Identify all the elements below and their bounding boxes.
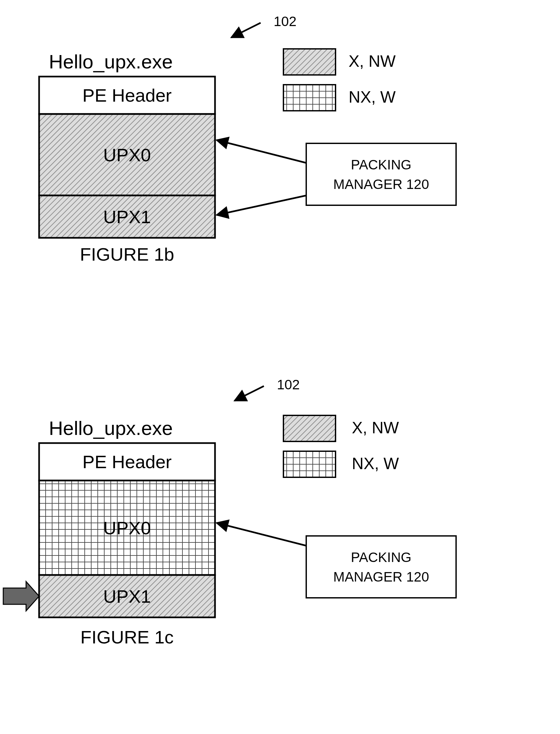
file-title-c: Hello_upx.exe [49,417,173,439]
ref-102-fig-b: 102 [231,14,296,37]
legend-grid-swatch-c [283,451,336,477]
upx1-label-c: UPX1 [103,586,151,607]
packing-manager-line1-b: PACKING [351,157,411,172]
legend-xnw-label-b: X, NW [349,52,396,70]
svg-marker-7 [3,582,39,611]
figure-1b: 102 Hello_upx.exe PE Header UPX0 UPX1 FI… [39,14,456,265]
ref-102-label-b: 102 [274,14,296,29]
pe-header-label-b: PE Header [82,85,172,106]
manager-to-upx0-arrow-c [217,523,306,546]
legend-hatch-swatch-c [283,415,336,441]
pe-stack-b: PE Header UPX0 UPX1 [39,77,215,238]
legend-grid-swatch-b [283,85,336,111]
packing-manager-box-b: PACKING MANAGER 120 [306,143,456,205]
manager-to-upx0-arrow-b [217,140,306,163]
entry-arrow-icon [3,582,39,611]
pe-header-label-c: PE Header [82,452,172,472]
svg-line-5 [235,386,264,401]
packing-manager-box-c: PACKING MANAGER 120 [306,536,456,598]
svg-rect-4 [306,143,456,205]
upx0-label-c: UPX0 [103,518,151,538]
legend-hatch-swatch-b [283,49,336,75]
manager-to-upx1-arrow-b [217,195,306,215]
upx1-label-b: UPX1 [103,207,151,227]
packing-manager-line1-c: PACKING [351,550,411,565]
pe-stack-c: PE Header UPX0 UPX1 [39,443,215,617]
legend-nxw-label-b: NX, W [349,88,396,106]
legend-xnw-label-c: X, NW [352,419,399,437]
legend-b: X, NW NX, W [283,49,396,111]
svg-line-3 [231,23,261,37]
svg-rect-6 [306,536,456,598]
figure-1b-caption: FIGURE 1b [80,244,174,265]
packing-manager-line2-b: MANAGER 120 [333,177,429,192]
packing-manager-line2-c: MANAGER 120 [333,569,429,584]
file-title-b: Hello_upx.exe [49,51,173,73]
legend-nxw-label-c: NX, W [352,454,399,473]
legend-c: X, NW NX, W [283,415,399,477]
upx0-label-b: UPX0 [103,145,151,165]
figure-1c-caption: FIGURE 1c [80,627,174,647]
figure-1c: 102 Hello_upx.exe PE Header UPX0 UPX1 FI… [3,377,456,647]
ref-102-label-c: 102 [277,377,300,392]
ref-102-fig-c: 102 [235,377,300,401]
